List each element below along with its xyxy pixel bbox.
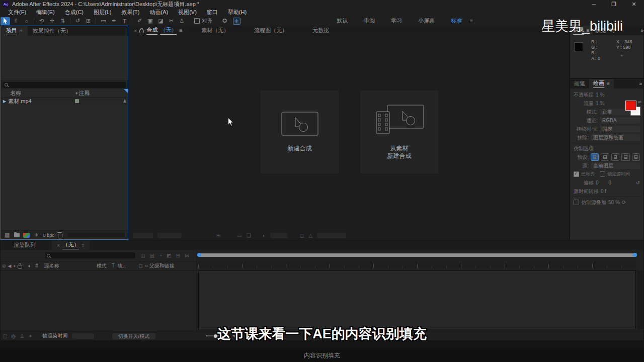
tab-project[interactable]: 项目 ≡ — [1, 26, 28, 36]
roto-brush-tool[interactable]: ✂ — [167, 17, 176, 25]
reset-icon[interactable]: ↺ — [636, 180, 640, 186]
overlay-mode-icon[interactable]: ⟳ — [622, 200, 626, 205]
column-number[interactable]: # — [35, 263, 38, 268]
dolly-camera-tool[interactable]: ⇅ — [58, 17, 67, 25]
source-select[interactable]: 当前图层 — [591, 162, 640, 169]
more-panels-icon[interactable]: » — [640, 28, 643, 33]
graph-editor-icon[interactable]: ⋈ — [185, 253, 190, 258]
project-search-input[interactable] — [3, 82, 126, 88]
offset-y[interactable]: 0 — [609, 180, 612, 186]
menu-view[interactable]: 视图(V) — [173, 9, 202, 16]
clone-stamp-tool[interactable]: ▣ — [145, 17, 155, 25]
tab-footage[interactable]: 素材（无） — [196, 26, 234, 35]
menu-animation[interactable]: 动画(A) — [145, 9, 174, 16]
menu-layer[interactable]: 图层(L) — [89, 9, 116, 16]
tab-close-icon[interactable]: × — [134, 28, 137, 34]
timeline-track-area[interactable] — [198, 270, 636, 329]
menu-effect[interactable]: 效果(T) — [116, 9, 144, 16]
clone-source-overlay-checkbox[interactable] — [574, 200, 579, 205]
delete-icon[interactable] — [58, 234, 62, 238]
clone-source-overlay-value[interactable]: 50 % — [608, 200, 620, 205]
menu-file[interactable]: 文件(F) — [3, 9, 31, 16]
foreground-color-swatch[interactable] — [625, 101, 636, 111]
workspace-review[interactable]: 审阅 — [356, 17, 383, 25]
offset-x[interactable]: 0 — [596, 180, 599, 186]
zoom-tool[interactable]: ○ — [22, 17, 31, 25]
puppet-pin-tool[interactable]: ♙ — [177, 17, 187, 25]
label-color-swatch[interactable] — [75, 99, 79, 103]
rotation-tool[interactable]: ↺ — [73, 17, 83, 25]
duration-select[interactable]: 固定 — [600, 126, 640, 132]
pixel-aspect-icon[interactable]: ◻ — [300, 233, 304, 238]
column-name[interactable]: 名称 — [10, 89, 21, 97]
transparency-grid-icon[interactable]: ◐ — [263, 233, 266, 238]
workspace-default[interactable]: 默认 — [329, 17, 356, 25]
opacity-value[interactable]: 1 % — [596, 92, 604, 98]
source-time-shift-value[interactable]: 0 f — [601, 189, 606, 194]
clone-preset-1[interactable] — [591, 153, 599, 161]
eraser-tool[interactable]: ◪ — [156, 17, 166, 25]
workspace-small-screen[interactable]: 小屏幕 — [410, 17, 443, 25]
magnification-menu[interactable] — [133, 233, 153, 238]
menu-window[interactable]: 窗口 — [202, 9, 223, 16]
panel-menu-icon[interactable]: ≡ — [607, 81, 610, 86]
align-checkbox[interactable] — [194, 18, 200, 24]
resolution-menu[interactable] — [157, 233, 182, 238]
more-panels-icon[interactable]: » — [639, 81, 642, 86]
eye-icon[interactable]: ⊙ — [2, 263, 6, 268]
minimize-button[interactable]: ─ — [584, 0, 604, 9]
mask-rect-tool[interactable]: ▭ — [99, 17, 108, 25]
timeline-search-input[interactable] — [45, 252, 135, 258]
panel-menu-icon[interactable]: ≡ — [20, 28, 23, 34]
new-folder-icon[interactable] — [14, 233, 20, 237]
tab-paint[interactable]: 绘画 ≡ — [589, 79, 614, 88]
time-navigator-bar[interactable] — [198, 253, 636, 257]
pen-tool[interactable]: ✒ — [109, 17, 119, 25]
solo-icon[interactable]: ● — [13, 264, 15, 267]
maximize-button[interactable]: ❐ — [604, 0, 624, 9]
swap-colors-icon[interactable]: ⇄ — [638, 100, 641, 104]
tab-metadata[interactable]: 元数据 — [307, 26, 334, 35]
type-tool[interactable]: T — [120, 17, 129, 25]
tag-icon[interactable]: ♦ — [28, 263, 31, 268]
menu-help[interactable]: 帮助(H) — [223, 9, 252, 16]
panel-menu-icon[interactable]: ≡ — [82, 242, 85, 248]
column-parent-link[interactable]: 父级和链接 — [149, 262, 175, 269]
column-trkmat[interactable]: 轨.. — [118, 262, 126, 269]
brush-tool[interactable]: ✐ — [135, 17, 144, 25]
flow-value[interactable]: 1 % — [596, 101, 604, 106]
orbit-camera-tool[interactable]: ⟲ — [37, 17, 46, 25]
lock-source-time-checkbox[interactable] — [600, 171, 605, 177]
tab-render-queue[interactable]: 渲染队列 — [9, 240, 41, 250]
footage-play-icon[interactable]: ▶ — [3, 99, 6, 104]
new-composition-from-footage-button[interactable]: 从素材 新建合成 — [360, 90, 438, 173]
tab-flowchart[interactable]: 流程图（无） — [249, 26, 292, 35]
panel-menu-icon[interactable]: ≡ — [179, 28, 182, 33]
hide-shy-icon[interactable]: ◔ — [159, 253, 162, 258]
clone-preset-2[interactable] — [601, 153, 609, 161]
clone-preset-5[interactable] — [632, 153, 640, 161]
menu-composition[interactable]: 合成(C) — [60, 9, 89, 16]
column-comment[interactable]: 注释 — [79, 89, 90, 97]
snapping-icon[interactable]: ✛ — [233, 18, 240, 25]
render-settings-icon[interactable]: ✈ — [34, 232, 38, 238]
time-ruler[interactable] — [198, 261, 636, 268]
tab-close-icon[interactable]: × — [57, 242, 60, 248]
workspace-learn[interactable]: 学习 — [383, 17, 410, 25]
erase-select[interactable]: 图层源和绘画 — [591, 134, 640, 141]
channels-select[interactable]: RGBA — [600, 117, 640, 124]
clone-preset-4[interactable] — [621, 153, 629, 161]
timecode-box[interactable] — [317, 233, 346, 238]
safe-margins-icon[interactable]: ⊞ — [216, 233, 220, 238]
frame-blend-icon[interactable]: ◩ — [167, 253, 171, 258]
camera-menu[interactable] — [270, 233, 287, 238]
horizontal-scrollbar[interactable] — [68, 233, 125, 237]
project-item-row[interactable]: ▶ 素材.mp4 ♟ — [1, 98, 128, 105]
new-composition-button[interactable]: 新建合成 — [261, 90, 339, 173]
aligned-checkbox[interactable] — [574, 171, 579, 177]
mini-flowchart-icon[interactable]: ◫ — [140, 253, 145, 258]
vertical-scrollbar[interactable] — [637, 270, 643, 329]
motion-path-icon[interactable]: ✪ — [220, 17, 229, 25]
workspace-standard[interactable]: 标准 — [443, 17, 470, 25]
hand-tool[interactable]: ✌ — [11, 17, 21, 25]
